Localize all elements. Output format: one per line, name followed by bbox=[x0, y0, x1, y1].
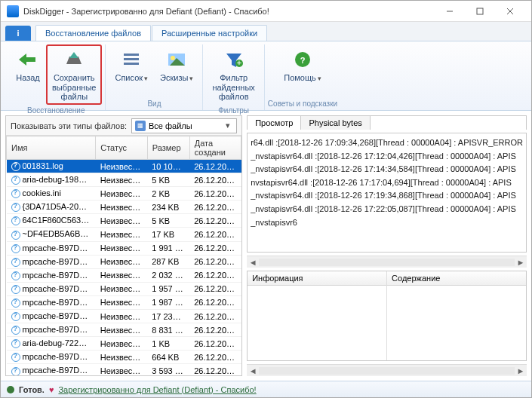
maximize-button[interactable] bbox=[465, 4, 495, 19]
close-button[interactable] bbox=[495, 4, 525, 19]
chevron-down-icon: ▾ bbox=[144, 75, 148, 82]
table-row[interactable]: mpcache-B97DC4A7E89F...Неизвестный8 831 … bbox=[7, 323, 241, 337]
back-arrow-icon bbox=[16, 47, 40, 72]
back-button[interactable]: Назад bbox=[10, 44, 46, 105]
tab-advanced[interactable]: Расширенные настройки bbox=[152, 25, 267, 41]
col-status[interactable]: Статус bbox=[96, 136, 147, 160]
filter-button[interactable]: + Фильтр найденных файлов bbox=[206, 44, 260, 105]
save-selected-button[interactable]: Сохранить выбранные файлы bbox=[46, 44, 102, 105]
file-unknown-icon bbox=[11, 326, 20, 335]
svg-text:?: ? bbox=[300, 56, 306, 65]
table-row[interactable]: mpcache-B97DC4A7E89F...Неизвестный287 KB… bbox=[7, 255, 241, 268]
file-type-dropdown[interactable]: ▦ Все файлы ▾ bbox=[131, 118, 237, 133]
table-row[interactable]: mpcache-B97DC4A7E89F...Неизвестный1 957 … bbox=[7, 282, 241, 295]
file-unknown-icon bbox=[11, 231, 20, 240]
ribbon: Назад Сохранить выбранные файлы Восстано… bbox=[1, 41, 531, 111]
chevron-down-icon: ▾ bbox=[223, 121, 233, 130]
preview-line: _nvstapisvr64.dll :[2018-12-26 17:12:04,… bbox=[251, 150, 523, 164]
tab-recovery[interactable]: Восстановление файлов bbox=[35, 25, 151, 41]
preview-line: _nvstapisvr64.dll :[2018-12-26 17:14:34,… bbox=[251, 163, 523, 176]
info-panel: Информация Содержание bbox=[247, 271, 527, 361]
svg-rect-5 bbox=[124, 58, 139, 60]
help-button[interactable]: ? Помощь▾ bbox=[278, 44, 328, 98]
status-ready: Готов. bbox=[19, 385, 45, 394]
table-row[interactable]: {3DA71D5A-20CC-432F-A...Неизвестный234 K… bbox=[7, 201, 241, 214]
table-row[interactable]: mpcache-B97DC4A7E89F...Неизвестный2 032 … bbox=[7, 268, 241, 282]
info-scrollbar[interactable]: ◄► bbox=[247, 364, 527, 376]
table-row[interactable]: mpcache-B97DC4A7E89F...Неизвестный1 991 … bbox=[7, 241, 241, 255]
table-row[interactable]: 001831.logНеизвестный10 101 KB26.12.2018… bbox=[7, 160, 241, 173]
main-tabstrip: i Восстановление файлов Расширенные наст… bbox=[1, 22, 531, 41]
svg-rect-1 bbox=[477, 8, 483, 14]
table-row[interactable]: mpcache-B97DC4A7E89F...Неизвестный664 KB… bbox=[7, 351, 241, 364]
col-date[interactable]: Дата создани bbox=[189, 136, 241, 160]
preview-content[interactable]: r64.dll :[2018-12-26 17:09:34,268][Threa… bbox=[247, 133, 527, 253]
ribbon-group-view-label: Вид bbox=[147, 98, 161, 110]
preview-line: _nvstapisvr6 bbox=[251, 216, 523, 230]
table-row[interactable]: cookies.iniНеизвестный2 KB26.12.2018 20 bbox=[7, 187, 241, 201]
preview-scrollbar[interactable]: ◄► bbox=[247, 256, 527, 268]
table-row[interactable]: aria-debug-1988.logНеизвестный5 KB26.12.… bbox=[7, 173, 241, 187]
preview-line: _nvstapisvr64.dll :[2018-12-26 17:19:34,… bbox=[251, 189, 523, 203]
ribbon-group-tips-label: Советы и подсказки bbox=[268, 98, 337, 110]
thumbs-view-button[interactable]: Эскизы▾ bbox=[154, 44, 199, 98]
svg-text:+: + bbox=[236, 58, 241, 67]
svg-point-8 bbox=[171, 56, 175, 60]
save-icon bbox=[62, 47, 86, 72]
app-icon bbox=[7, 5, 19, 17]
table-row[interactable]: mpcache-B97DC4A7E89F...Неизвестный17 236… bbox=[7, 310, 241, 323]
registration-link[interactable]: Зарегистрированно для Defiant (Defiant) … bbox=[58, 385, 256, 394]
list-view-button[interactable]: Список▾ bbox=[109, 44, 154, 98]
file-unknown-icon bbox=[11, 367, 20, 376]
table-row[interactable]: 64C1F860C563BD1ADF0...Неизвестный5 KB26.… bbox=[7, 214, 241, 228]
file-unknown-icon bbox=[11, 216, 20, 225]
file-unknown-icon bbox=[11, 298, 20, 308]
list-icon bbox=[119, 47, 143, 72]
file-unknown-icon bbox=[11, 312, 20, 321]
svg-rect-6 bbox=[124, 63, 139, 65]
content-area: Показывать эти типы файлов: ▦ Все файлы … bbox=[1, 111, 531, 381]
statusbar: Готов. ♥ Зарегистрированно для Defiant (… bbox=[1, 381, 531, 397]
funnel-icon: + bbox=[222, 47, 246, 72]
file-unknown-icon bbox=[11, 244, 20, 253]
info-column-header[interactable]: Информация bbox=[248, 271, 386, 286]
content-column-header[interactable]: Содержание bbox=[387, 271, 526, 286]
file-table[interactable]: Имя Статус Размер Дата создани 001831.lo… bbox=[6, 136, 241, 375]
file-list-pane: Показывать эти типы файлов: ▦ Все файлы … bbox=[5, 115, 242, 376]
preview-line: nvstapisvr64.dll :[2018-12-26 17:17:04,6… bbox=[251, 176, 523, 190]
table-row[interactable]: aria-debug-7224.logНеизвестный1 KB26.12.… bbox=[7, 337, 241, 351]
file-unknown-icon bbox=[11, 162, 20, 171]
svg-rect-4 bbox=[124, 54, 139, 56]
minimize-button[interactable] bbox=[435, 4, 465, 19]
preview-line: r64.dll :[2018-12-26 17:09:34,268][Threa… bbox=[251, 136, 523, 150]
window-title: DiskDigger - Зарегистрированно для Defia… bbox=[23, 7, 435, 16]
status-indicator-icon bbox=[7, 386, 14, 393]
files-icon: ▦ bbox=[135, 121, 146, 131]
col-size[interactable]: Размер bbox=[147, 136, 189, 160]
table-row[interactable]: ~DF4EDB5A6B0A31DF7...Неизвестный17 KB26.… bbox=[7, 228, 241, 241]
heart-icon: ♥ bbox=[49, 385, 54, 394]
tab-physical-bytes[interactable]: Physical bytes bbox=[301, 116, 370, 130]
titlebar: DiskDigger - Зарегистрированно для Defia… bbox=[1, 1, 531, 22]
table-row[interactable]: mpcache-B97DC4A7E89F...Неизвестный1 987 … bbox=[7, 295, 241, 309]
tab-preview[interactable]: Просмотр bbox=[248, 116, 301, 130]
file-unknown-icon bbox=[11, 176, 20, 185]
help-icon: ? bbox=[291, 47, 315, 72]
file-unknown-icon bbox=[11, 353, 20, 362]
chevron-down-icon: ▾ bbox=[189, 75, 193, 82]
type-filter-bar: Показывать эти типы файлов: ▦ Все файлы … bbox=[6, 116, 241, 136]
file-unknown-icon bbox=[11, 339, 20, 348]
thumbnails-icon bbox=[165, 47, 189, 72]
preview-pane: Просмотр Physical bytes r64.dll :[2018-1… bbox=[247, 115, 527, 376]
file-unknown-icon bbox=[11, 271, 20, 280]
preview-tabstrip: Просмотр Physical bytes bbox=[247, 115, 527, 130]
file-unknown-icon bbox=[11, 285, 20, 294]
file-unknown-icon bbox=[11, 258, 20, 267]
info-tab[interactable]: i bbox=[5, 26, 31, 41]
table-row[interactable]: mpcache-B97DC4A7E89F...Неизвестный3 593 … bbox=[7, 364, 241, 375]
col-name[interactable]: Имя bbox=[7, 136, 96, 160]
file-unknown-icon bbox=[11, 189, 20, 198]
file-unknown-icon bbox=[11, 203, 20, 212]
filter-label: Показывать эти типы файлов: bbox=[11, 121, 127, 130]
chevron-down-icon: ▾ bbox=[318, 75, 321, 82]
